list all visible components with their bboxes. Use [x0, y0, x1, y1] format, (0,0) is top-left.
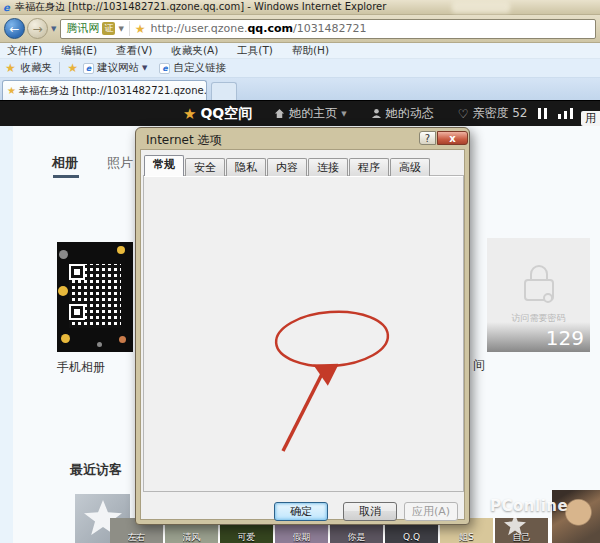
stats-bars-icon[interactable]: [558, 108, 573, 119]
nav-her-homepage[interactable]: 她的主页 ▼: [274, 105, 346, 122]
qr-album-label: 手机相册: [57, 359, 105, 376]
internet-options-dialog: Internet 选项 ? x 常规 安全 隐私 内容 连接 程序 高级 主页 …: [135, 127, 470, 525]
qzone-star-icon: ★: [183, 105, 196, 123]
nav-her-feed[interactable]: 她的动态: [371, 105, 434, 122]
favorites-button[interactable]: 收藏夹: [21, 61, 53, 75]
dialog-title: Internet 选项: [146, 132, 221, 149]
menu-file[interactable]: 文件(F): [7, 44, 42, 58]
home-icon: [274, 108, 285, 119]
menu-edit[interactable]: 编辑(E): [61, 44, 97, 58]
qzone-logo[interactable]: QQ空间: [200, 105, 252, 123]
divider: [59, 62, 60, 74]
tab-security[interactable]: 安全: [185, 158, 225, 176]
cert-icon: 证: [102, 22, 115, 35]
window-title: 幸福在身边 [http://1031482721.qzone.qq.com] -…: [15, 0, 386, 14]
history-dropdown-icon[interactable]: ▼: [51, 25, 56, 33]
new-tab-button[interactable]: [211, 82, 237, 100]
url-text-domain: qq.com: [247, 22, 292, 35]
dialog-close-button[interactable]: x: [437, 131, 468, 145]
suggested-sites-button[interactable]: 建议网站: [97, 61, 139, 75]
add-favorite-star-icon[interactable]: ★: [67, 61, 78, 75]
page-tab-photos[interactable]: 照片: [107, 154, 133, 172]
favorites-star-icon: ★: [5, 61, 16, 75]
recent-visitors-title: 最近访客: [70, 461, 122, 479]
favorite-star-icon[interactable]: ★: [135, 22, 146, 36]
tab-general[interactable]: 常规: [144, 155, 184, 176]
tab-advanced[interactable]: 高级: [390, 158, 430, 176]
window-controls-blurred: [452, 1, 510, 13]
qzone-header: ★ QQ空间 她的主页 ▼ 她的动态 ♡ 亲密度 52: [0, 100, 600, 126]
tab-programs[interactable]: 程序: [349, 158, 389, 176]
menu-tools[interactable]: 工具(T): [237, 44, 273, 58]
window-titlebar: e 幸福在身边 [http://1031482721.qzone.qq.com]…: [0, 0, 600, 15]
locked-album-cover[interactable]: 访问需要密码 129: [487, 238, 590, 352]
ok-button[interactable]: 确定: [274, 502, 328, 521]
chevron-down-icon: ▼: [341, 110, 346, 118]
forward-button[interactable]: →: [27, 18, 48, 39]
custom-links-icon: e: [159, 63, 170, 74]
active-tab-underline: [53, 175, 79, 178]
favorites-bar: ★ 收藏夹 ★ e 建议网站 ▼ e 自定义链接: [0, 59, 600, 78]
url-text-suffix: /1031482721: [293, 22, 367, 35]
pause-icon[interactable]: [538, 108, 547, 119]
menu-help[interactable]: 帮助(H): [292, 44, 329, 58]
album-label-fragment: 间: [473, 357, 485, 374]
screen: e 幸福在身边 [http://1031482721.qzone.qq.com]…: [0, 0, 600, 543]
person-icon: [371, 108, 382, 119]
ie-icon: e: [3, 2, 15, 13]
menu-bar: 文件(F) 编辑(E) 查看(V) 收藏夹(A) 工具(T) 帮助(H): [0, 43, 600, 59]
menu-view[interactable]: 查看(V): [116, 44, 152, 58]
cancel-button[interactable]: 取消: [343, 502, 397, 521]
user-panel-fragment: 用: [581, 111, 600, 126]
address-bar: ← → ▼ 腾讯网 证 ▼ ★ http://user.qzone.qq.com…: [0, 15, 600, 43]
browser-tab[interactable]: ★ 幸福在身边 [http://1031482721.qzone.qq.com]: [2, 80, 207, 100]
nav-intimacy[interactable]: ♡ 亲密度 52: [458, 105, 528, 122]
page-margin: [0, 126, 13, 543]
suggested-sites-icon: e: [83, 63, 94, 74]
site-trust-badge[interactable]: 腾讯网 证 ▼: [66, 21, 129, 36]
apply-button-disabled[interactable]: 应用(A): [404, 502, 458, 521]
tab-connections[interactable]: 连接: [308, 158, 348, 176]
url-field[interactable]: 腾讯网 证 ▼ ★ http://user.qzone.qq.com/10314…: [60, 19, 596, 39]
lock-icon: [517, 262, 561, 306]
suggested-sites-dropdown-icon[interactable]: ▼: [142, 64, 147, 72]
tab-content[interactable]: 内容: [267, 158, 307, 176]
album-thumb[interactable]: 自己: [495, 518, 548, 543]
dialog-tabstrip: 常规 安全 隐私 内容 连接 程序 高级: [144, 155, 431, 176]
tab-bar: ★ 幸福在身边 [http://1031482721.qzone.qq.com]: [0, 78, 600, 100]
tab-favicon: ★: [7, 85, 16, 96]
heart-icon: ♡: [458, 107, 469, 121]
back-button[interactable]: ←: [4, 18, 25, 39]
page-tab-albums[interactable]: 相册: [52, 154, 78, 172]
album-photo-count: 129: [546, 326, 584, 350]
qr-album-cover[interactable]: [57, 242, 133, 352]
url-text-prefix: http://user.qzone.: [151, 22, 248, 35]
general-tab-panel: [143, 175, 464, 492]
dialog-help-button[interactable]: ?: [419, 131, 436, 145]
badge-dropdown-icon[interactable]: ▼: [118, 25, 123, 33]
custom-links-button[interactable]: 自定义链接: [173, 61, 226, 75]
tab-privacy[interactable]: 隐私: [226, 158, 266, 176]
pconline-watermark: PConline: [490, 497, 568, 515]
menu-favorites[interactable]: 收藏夹(A): [171, 44, 218, 58]
